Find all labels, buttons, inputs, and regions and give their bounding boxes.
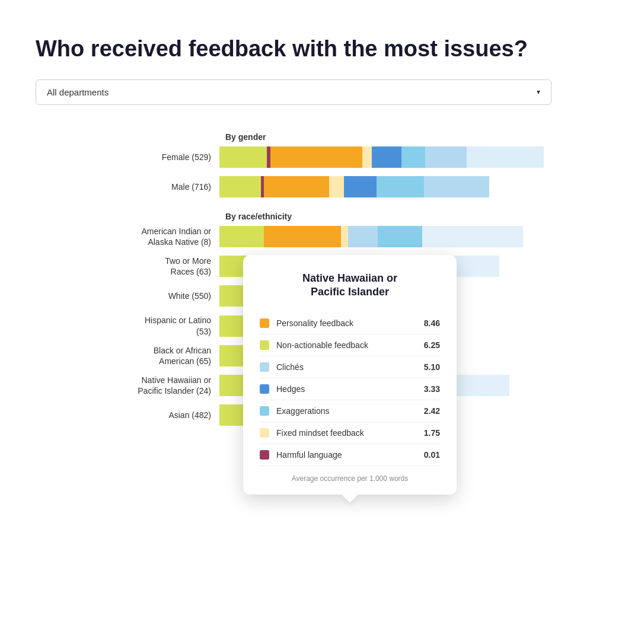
bar-track-american-indian xyxy=(219,226,523,247)
tooltip-row-fixed: Fixed mindset feedback 1.75 xyxy=(260,422,440,444)
seg-personality xyxy=(264,226,341,247)
seg-nonactionable xyxy=(219,226,264,247)
bar-track-female xyxy=(219,146,544,168)
seg-hedges xyxy=(372,146,401,168)
seg-nonactionable xyxy=(219,146,267,168)
seg-fixed xyxy=(341,226,348,247)
chevron-down-icon: ▾ xyxy=(537,88,540,96)
seg-exaggerations xyxy=(378,226,422,247)
tooltip-swatch-harmful xyxy=(260,450,269,460)
tooltip-label-hedges: Hedges xyxy=(276,384,424,394)
seg-nonactionable xyxy=(219,176,261,197)
tooltip-value-harmful: 0.01 xyxy=(424,450,440,460)
seg-cliches xyxy=(424,176,489,197)
bar-row-american-indian: American Indian orAlaska Native (8) xyxy=(36,226,608,247)
seg-exaggerations xyxy=(377,176,424,197)
tooltip-swatch-nonactionable xyxy=(260,340,269,350)
department-dropdown[interactable]: All departments ▾ xyxy=(36,79,551,105)
tooltip-value-personality: 8.46 xyxy=(424,318,440,328)
bar-label-asian: Asian (482) xyxy=(36,410,219,420)
tooltip-row-hedges: Hedges 3.33 xyxy=(260,378,440,400)
tooltip-value-exaggerations: 2.42 xyxy=(424,406,440,416)
bar-label-hispanic: Hispanic or Latino(53) xyxy=(36,315,219,336)
tooltip-value-fixed: 1.75 xyxy=(424,428,440,438)
seg-fixed xyxy=(362,146,372,168)
dropdown-label: All departments xyxy=(47,87,109,97)
tooltip-label-fixed: Fixed mindset feedback xyxy=(276,428,424,438)
bar-label-american-indian: American Indian orAlaska Native (8) xyxy=(36,226,219,247)
tooltip-title: Native Hawaiian orPacific Islander xyxy=(260,272,440,299)
tooltip-value-nonactionable: 6.25 xyxy=(424,340,440,350)
seg-cliches xyxy=(348,226,378,247)
tooltip-row-exaggerations: Exaggerations 2.42 xyxy=(260,400,440,422)
tooltip-swatch-exaggerations xyxy=(260,406,269,416)
tooltip-swatch-hedges xyxy=(260,384,269,394)
tooltip-caret xyxy=(342,495,358,503)
tooltip-row-nonactionable: Non-actionable feedback 6.25 xyxy=(260,334,440,356)
bar-label-white: White (550) xyxy=(36,291,219,301)
bar-label-black: Black or AfricanAmerican (65) xyxy=(36,345,219,366)
seg-fixed xyxy=(329,176,344,197)
seg-hedges xyxy=(344,176,377,197)
page: Who received feedback with the most issu… xyxy=(0,0,644,458)
bar-label-male: Male (716) xyxy=(36,181,219,192)
seg-cliches-light xyxy=(456,375,509,396)
tooltip-label-cliches: Clichés xyxy=(276,362,424,372)
seg-exaggerations xyxy=(401,146,425,168)
seg-cliches-light xyxy=(467,146,544,168)
tooltip-label-exaggerations: Exaggerations xyxy=(276,406,424,416)
tooltip-label-personality: Personality feedback xyxy=(276,318,424,328)
bar-label-female: Female (529) xyxy=(36,152,219,162)
tooltip-row-cliches: Clichés 5.10 xyxy=(260,356,440,378)
tooltip-row-harmful: Harmful language 0.01 xyxy=(260,444,440,466)
section-label-race: By race/ethnicity xyxy=(36,212,608,221)
tooltip: Native Hawaiian orPacific Islander Perso… xyxy=(243,255,457,495)
section-label-gender: By gender xyxy=(36,132,608,142)
seg-cliches xyxy=(425,146,467,168)
tooltip-swatch-personality xyxy=(260,318,269,328)
tooltip-value-cliches: 5.10 xyxy=(424,362,440,372)
page-title: Who received feedback with the most issu… xyxy=(36,36,608,63)
tooltip-value-hedges: 3.33 xyxy=(424,384,440,394)
bar-row-female: Female (529) xyxy=(36,146,608,168)
tooltip-row-personality: Personality feedback 8.46 xyxy=(260,313,440,334)
tooltip-swatch-cliches xyxy=(260,362,269,372)
tooltip-label-harmful: Harmful language xyxy=(276,450,424,460)
tooltip-footer: Average occurrence per 1,000 words xyxy=(260,474,440,483)
bar-row-male: Male (716) xyxy=(36,176,608,197)
seg-cliches-light xyxy=(422,226,523,247)
seg-personality xyxy=(264,176,329,197)
bar-label-native-hawaiian: Native Hawaiian orPacific Islander (24) xyxy=(36,375,219,396)
bar-track-male xyxy=(219,176,489,197)
seg-personality xyxy=(270,146,362,168)
tooltip-label-nonactionable: Non-actionable feedback xyxy=(276,340,424,350)
tooltip-swatch-fixed xyxy=(260,428,269,438)
bar-label-two-or-more: Two or MoreRaces (63) xyxy=(36,256,219,277)
